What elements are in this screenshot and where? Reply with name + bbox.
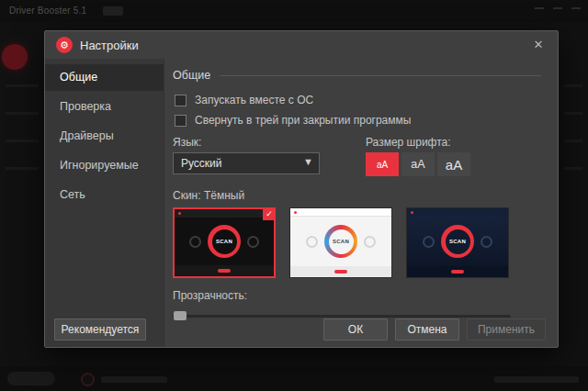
recommended-button[interactable]: Рекомендуется <box>54 318 146 341</box>
settings-gear-icon: ⚙ <box>56 37 73 53</box>
fontsize-segmented-control: аА аА аА <box>366 152 470 176</box>
skin-thumb-dark[interactable]: SCAN ✓ <box>173 207 276 278</box>
option-minimize-to-tray[interactable]: Свернуть в трей при закрытии программы <box>173 112 541 128</box>
thumb-titlebar <box>175 209 274 218</box>
skin-thumbnails: SCAN ✓ SCAN <box>173 207 541 278</box>
skin-label: Скин: Тёмный <box>173 189 541 202</box>
dialog-title: Настройки <box>80 39 139 52</box>
chevron-down-icon: ▼ <box>303 156 313 167</box>
thumb-footer <box>290 266 391 277</box>
checkbox-label: Свернуть в трей при закрытии программы <box>195 114 411 127</box>
sidebar-item-general[interactable]: Общие <box>45 64 164 91</box>
thumb-gauge-left <box>423 236 435 248</box>
thumb-scan-label: SCAN <box>329 229 354 254</box>
close-icon[interactable]: ✕ <box>530 37 547 53</box>
checkbox[interactable] <box>175 95 187 106</box>
selected-check-icon: ✓ <box>263 207 276 220</box>
language-block: Язык: Русский ▼ <box>173 136 366 176</box>
skin-thumb-white[interactable]: SCAN <box>289 207 392 278</box>
section-title: Общие <box>173 69 210 82</box>
thumb-gauge-left <box>189 236 201 248</box>
section-divider <box>220 75 541 76</box>
sidebar-item-scan[interactable]: Проверка <box>45 94 164 120</box>
cancel-button[interactable]: Отмена <box>395 318 459 341</box>
language-label: Язык: <box>173 136 366 148</box>
thumb-body: SCAN <box>175 218 274 265</box>
thumb-scan-ring: SCAN <box>208 225 241 258</box>
settings-dialog: ⚙ Настройки ✕ Общие Проверка Драйверы Иг… <box>44 30 559 348</box>
settings-content: Общие Запускать вместе с ОС Свернуть в т… <box>165 59 558 318</box>
apply-button: Применить <box>467 318 546 341</box>
language-dropdown[interactable]: Русский ▼ <box>173 152 320 174</box>
thumb-body: SCAN <box>290 217 391 266</box>
thumb-titlebar <box>290 208 391 217</box>
sidebar-item-network[interactable]: Сеть <box>45 182 164 208</box>
checkbox-label: Запускать вместе с ОС <box>195 94 313 106</box>
thumb-gauge-right <box>364 236 376 248</box>
dialog-titlebar: ⚙ Настройки ✕ <box>45 31 558 59</box>
sidebar-item-ignored[interactable]: Игнорируемые <box>45 152 164 179</box>
thumb-gauge-right <box>481 236 492 248</box>
thumb-titlebar <box>407 208 508 217</box>
fontsize-block: Размер шрифта: аА аА аА <box>366 136 470 176</box>
fontsize-small-button[interactable]: аА <box>366 152 399 176</box>
thumb-footer <box>175 265 274 276</box>
fontsize-medium-button[interactable]: аА <box>401 152 435 176</box>
thumb-scan-ring: SCAN <box>324 225 357 258</box>
fontsize-label: Размер шрифта: <box>366 136 470 148</box>
checkbox[interactable] <box>175 115 187 127</box>
thumb-gauge-left <box>306 236 318 248</box>
thumb-scan-ring: SCAN <box>441 225 474 258</box>
transparency-label: Прозрачность: <box>173 289 541 302</box>
thumb-footer <box>407 266 508 277</box>
thumb-scan-label: SCAN <box>212 229 237 254</box>
settings-sidebar: Общие Проверка Драйверы Игнорируемые Сет… <box>45 59 164 347</box>
sidebar-item-drivers[interactable]: Драйверы <box>45 123 164 150</box>
language-and-fontsize-row: Язык: Русский ▼ Размер шрифта: аА аА аА <box>173 136 541 176</box>
ok-button[interactable]: ОК <box>323 318 388 341</box>
thumb-gauge-right <box>247 236 259 248</box>
thumb-scan-label: SCAN <box>446 229 470 254</box>
dialog-footer: Рекомендуется ОК Отмена Применить <box>45 312 558 347</box>
screen: Driver Booster 5.1 ⚙ Настройки ✕ Общие П… <box>0 0 588 391</box>
section-header: Общие <box>173 68 541 83</box>
language-value: Русский <box>181 157 222 170</box>
skin-thumb-navy[interactable]: SCAN <box>406 207 509 278</box>
thumb-body: SCAN <box>407 217 508 266</box>
option-launch-with-os[interactable]: Запускать вместе с ОС <box>173 92 541 108</box>
fontsize-large-button[interactable]: аА <box>437 152 470 176</box>
